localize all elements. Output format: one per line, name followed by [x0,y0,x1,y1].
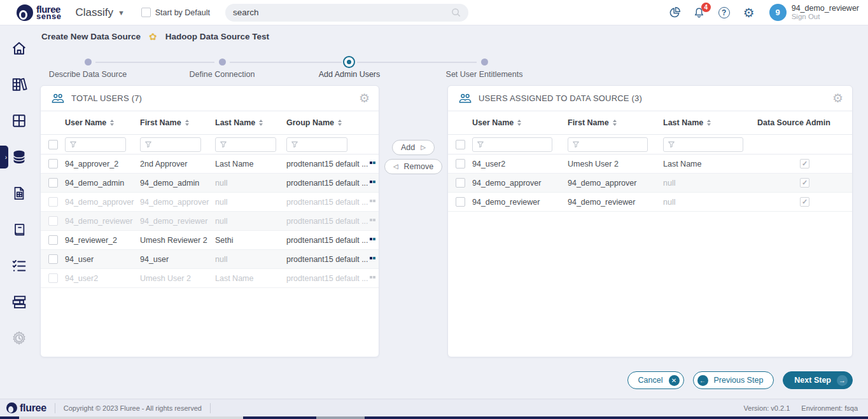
table-settings-gear-icon[interactable]: ⚙ [832,92,843,104]
sidebar-item-tasks[interactable] [9,256,29,276]
footer-divider [55,403,55,413]
table-cell: 94_demo_admin [140,179,215,188]
remove-button-label: Remove [404,162,434,171]
step-dot-3[interactable] [343,56,355,68]
sidebar-nav: › [0,25,38,399]
sidebar-item-glossary[interactable] [9,219,29,240]
row-overflow-icon [370,257,376,259]
filter-cell [472,137,568,152]
admin-cell [757,178,852,188]
filter-input[interactable] [286,137,347,152]
breadcrumb-parent[interactable]: Create New Data Source [41,32,141,41]
sidebar-item-stacks[interactable] [9,292,29,312]
row-checkbox-cell [41,254,65,264]
step-label: Describe Data Source [18,70,158,79]
table-cell: 94_demo_approver [568,179,663,188]
table-row[interactable]: 94_approver_22nd ApproverLast Nameprodte… [41,155,379,174]
gear-clock-icon [10,329,28,347]
column-header-last-name[interactable]: Last Name [215,118,286,127]
sidebar-item-scheduler[interactable] [9,328,29,348]
column-header-data-source-admin[interactable]: Data Source Admin [757,118,852,127]
sign-out-link[interactable]: Sign Out [792,13,859,21]
row-overflow-icon [370,276,376,278]
column-header-user-name[interactable]: User Name [472,118,568,127]
column-header-first-name[interactable]: First Name [568,118,663,127]
table-cell: 94_demo_reviewer [140,217,215,226]
row-checkbox[interactable] [48,178,58,188]
row-checkbox[interactable] [456,159,465,168]
help-icon[interactable]: ? [717,6,731,20]
sort-icon [613,120,617,126]
row-checkbox-cell [41,216,65,226]
row-checkbox-cell [41,159,65,168]
sidebar-item-catalog[interactable] [9,111,29,131]
add-button[interactable]: Add ▷ [392,140,435,155]
notifications-bell-icon[interactable]: 4 [692,6,706,20]
filter-cell [65,137,140,152]
filter-funnel-icon [144,141,152,148]
column-header-user-name[interactable]: User Name [65,118,140,127]
remove-button[interactable]: ◁ Remove [384,159,442,174]
users-group-icon [51,92,65,105]
table-settings-gear-icon[interactable]: ⚙ [359,92,370,104]
select-all-checkbox[interactable] [48,140,58,149]
row-checkbox[interactable] [48,235,58,245]
settings-gear-icon[interactable]: ⚙ [742,6,756,20]
sidebar-item-home[interactable] [9,38,29,58]
table-row[interactable]: 94_reviewer_2Umesh Reviewer 2Sethiprodte… [41,231,379,250]
step-dot-4[interactable] [481,58,488,65]
row-checkbox[interactable] [48,159,58,168]
table-cell: Last Name [663,160,757,168]
filter-cell [140,137,215,152]
column-header-first-name[interactable]: First Name [140,118,215,127]
filter-input[interactable] [215,137,276,152]
step-dot-1[interactable] [85,58,92,65]
filter-input[interactable] [140,137,201,152]
column-header-label: First Name [140,118,181,127]
start-by-default-checkbox[interactable] [141,8,151,17]
next-step-button[interactable]: Next Step → [783,371,853,389]
filter-input[interactable] [663,137,743,152]
row-overflow-icon [370,200,376,202]
search-input[interactable] [233,8,446,17]
filter-cell [663,137,757,152]
column-header-group-name[interactable]: Group Name [286,118,379,127]
row-checkbox[interactable] [456,197,465,207]
sidebar-item-reports[interactable] [9,183,29,203]
row-checkbox[interactable] [48,254,58,264]
row-overflow-icon [370,238,376,240]
footer-divider [210,403,211,413]
cancel-button[interactable]: Cancel ✕ [627,371,684,389]
row-checkbox [48,216,58,226]
filter-input[interactable] [568,137,648,152]
table-cell: 94_demo_approver [65,198,140,207]
data-source-admin-checkbox [800,159,809,168]
row-checkbox[interactable] [456,178,465,188]
table-row[interactable]: 94_demo_admin94_demo_adminnullprodtenant… [41,174,379,193]
step-connector [95,62,214,63]
table-cell: prodtenant15 default ... [286,217,379,226]
database-icon [10,148,28,166]
sidebar-item-data-sources[interactable]: › [9,147,29,167]
previous-step-button[interactable]: ← Previous Step [693,371,774,389]
classify-menu[interactable]: Classify ▼ [75,6,124,19]
table-cell: prodtenant15 default ... [286,198,379,207]
table-row[interactable]: 94_user2Umesh User 2Last Name [448,155,852,174]
app-menu-label: Classify [75,6,113,19]
select-all-checkbox[interactable] [456,140,465,149]
table-cell: null [215,255,286,264]
user-avatar[interactable]: 9 [769,4,787,21]
breadcrumb-current: Hadoop Data Source Test [165,32,269,41]
search-bar[interactable] [225,4,468,22]
table-row[interactable]: 94_demo_reviewer94_demo_reviewernull [448,193,852,212]
column-header-last-name[interactable]: Last Name [663,118,757,127]
table-row[interactable]: 94_user94_usernullprodtenant15 default .… [41,250,379,269]
filter-input[interactable] [65,137,126,152]
row-overflow-icon [370,161,376,164]
filter-input[interactable] [472,137,552,152]
stack-bricks-icon [10,293,28,311]
usage-chart-icon[interactable] [668,6,682,20]
column-header-label: Last Name [663,118,703,127]
step-dot-2[interactable] [219,58,226,65]
table-row[interactable]: 94_demo_approver94_demo_approvernull [448,174,852,193]
